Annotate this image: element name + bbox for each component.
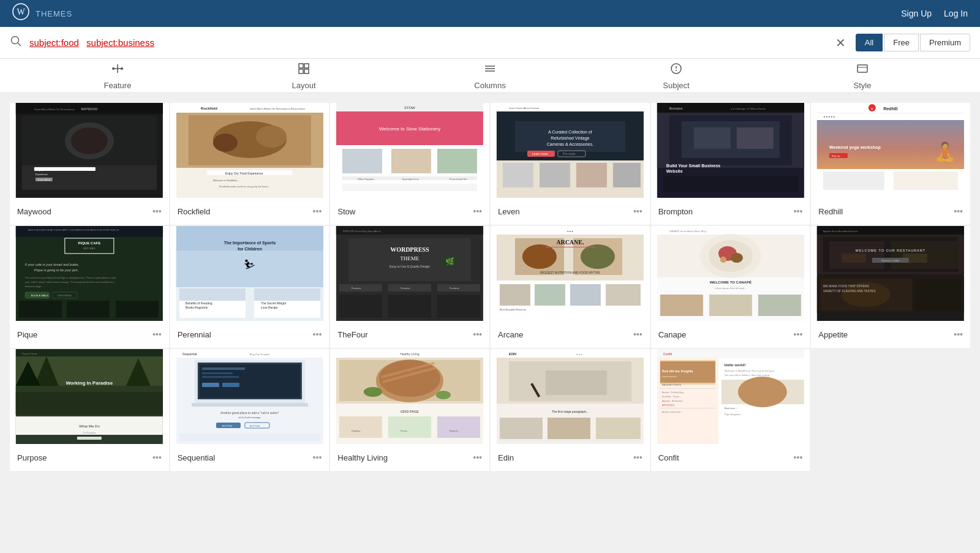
theme-footer-arcane: Arcane ••• — [491, 321, 650, 348]
svg-text:PIQUE CAFE: PIQUE CAFE — [78, 241, 100, 245]
theme-thumbnail-redhill: Redhill ⚜ ★★★★★ 🧘 Weekend yoga wor — [811, 103, 970, 198]
theme-card-brompton[interactable]: Brompton Chicago, IL Offices Events Buil… — [651, 103, 810, 225]
svg-text:Appetite  Home  Menu  About  R: Appetite Home Menu About Reserve — [823, 230, 858, 233]
theme-more-leven[interactable]: ••• — [633, 206, 643, 216]
theme-more-redhill[interactable]: ••• — [954, 206, 963, 216]
svg-text:Weekend yoga workshop: Weekend yoga workshop — [829, 145, 881, 150]
svg-rect-152 — [388, 295, 431, 318]
svg-text:Appetite - Restaurant...: Appetite - Restaurant... — [662, 400, 684, 402]
svg-text:● ● ●: ● ● ● — [567, 230, 573, 233]
svg-rect-225 — [202, 376, 238, 378]
theme-more-arcane[interactable]: ••• — [633, 329, 643, 339]
theme-card-purpose[interactable]: Purpose Theme Working In Paradise What W… — [10, 349, 169, 471]
svg-rect-235 — [179, 434, 320, 441]
svg-point-27 — [71, 127, 108, 154]
svg-text:Read more →: Read more → — [724, 407, 737, 410]
layout-icon — [297, 62, 311, 78]
theme-more-maywood[interactable]: ••• — [153, 206, 162, 216]
svg-text:Working In Paradise: Working In Paradise — [66, 380, 113, 386]
svg-text:Enjoy Our Food: Enjoy Our Food — [36, 168, 57, 171]
theme-more-canape[interactable]: ••• — [794, 329, 803, 339]
theme-more-confit[interactable]: ••• — [794, 453, 803, 462]
tab-columns[interactable]: Columns — [397, 62, 583, 90]
svg-text:and a brief message.: and a brief message. — [238, 416, 261, 419]
svg-rect-166 — [535, 284, 565, 306]
theme-card-pique[interactable]: ABOUT DELIVERY WHAT'S NEW HAPPY CUSTOMER… — [10, 226, 169, 348]
search-input-display[interactable]: subject:food subject:business — [29, 37, 826, 48]
theme-card-redhill[interactable]: Redhill ⚜ ★★★★★ 🧘 Weekend yoga wor — [811, 103, 970, 225]
theme-more-edin[interactable]: ••• — [633, 453, 643, 462]
theme-more-appetite[interactable]: ••• — [954, 329, 963, 339]
svg-rect-51 — [342, 149, 382, 173]
theme-more-sequential[interactable]: ••• — [313, 453, 322, 462]
tab-style[interactable]: Style — [769, 62, 956, 90]
theme-more-thefour[interactable]: ••• — [473, 329, 482, 339]
filter-free-button[interactable]: Free — [884, 34, 919, 51]
theme-more-rockfield[interactable]: ••• — [313, 206, 322, 216]
clear-search-button[interactable]: ✕ — [833, 33, 848, 53]
theme-more-perennial[interactable]: ••• — [313, 329, 322, 339]
svg-point-41 — [255, 126, 286, 148]
theme-footer-stow: Stow ••• — [330, 198, 489, 225]
svg-rect-251 — [437, 416, 480, 438]
svg-rect-120 — [116, 301, 159, 318]
theme-card-sequential[interactable]: Sequential Blog Prg Template Another gre… — [170, 349, 330, 471]
theme-name-edin: Edin — [498, 453, 514, 462]
header: W THEMES Sign Up Log In — [0, 0, 980, 27]
theme-footer-rockfield: Rockfield ••• — [170, 198, 330, 225]
svg-rect-168 — [606, 284, 641, 306]
svg-rect-153 — [437, 295, 480, 318]
svg-text:W: W — [17, 7, 25, 17]
theme-thumbnail-confit: Confit Sed elit leo fringilla Lorem ipsu… — [651, 349, 810, 444]
login-link[interactable]: Log In — [944, 9, 968, 18]
svg-text:ABOUT  DELIVERY  WHAT'S NEW  H: ABOUT DELIVERY WHAT'S NEW HAPPY CUSTOMER… — [28, 229, 119, 231]
theme-more-pique[interactable]: ••• — [153, 329, 162, 339]
svg-text:BIGGEST NUTRITION AND FOOD MYT: BIGGEST NUTRITION AND FOOD MYTHS — [540, 271, 600, 274]
svg-text:Natural...: Natural... — [450, 429, 459, 432]
columns-icon — [483, 62, 497, 78]
svg-rect-10 — [299, 69, 303, 73]
theme-card-leven[interactable]: Leven Home About Contact A Curated Colle… — [491, 103, 650, 225]
theme-footer-purpose: Purpose ••• — [10, 444, 169, 471]
tab-subject[interactable]: Subject — [583, 62, 769, 90]
theme-more-purpose[interactable]: ••• — [153, 453, 162, 462]
svg-rect-131 — [254, 288, 320, 301]
tab-feature[interactable]: Feature — [24, 62, 211, 90]
theme-card-confit[interactable]: Confit Sed elit leo fringilla Lorem ipsu… — [651, 349, 810, 471]
header-left: W THEMES — [12, 3, 72, 24]
svg-text:Easy to Use & Quality Design: Easy to Use & Quality Design — [390, 265, 430, 268]
filter-premium-button[interactable]: Premium — [920, 34, 970, 51]
theme-card-perennial[interactable]: ⛷ The Importance of Sports for Children … — [170, 226, 330, 348]
svg-text:Archive month year...: Archive month year... — [662, 411, 682, 413]
theme-more-healthy[interactable]: ••• — [473, 453, 482, 462]
theme-thumbnail-healthy: Healthy Living GRID PAGE Health — [330, 349, 489, 444]
svg-rect-9 — [304, 64, 309, 68]
theme-card-healthy[interactable]: Healthy Living GRID PAGE Health — [330, 349, 489, 471]
theme-card-rockfield[interactable]: Rockfield Home Menu What's On Reservatio… — [170, 103, 330, 225]
theme-card-edin[interactable]: EDIN ● ● ● The first stage paragraph... … — [491, 349, 650, 471]
svg-rect-74 — [613, 163, 641, 187]
theme-card-stow[interactable]: STOW Welcome to Stow Stationery Office S… — [330, 103, 489, 225]
tab-layout[interactable]: Layout — [211, 62, 397, 90]
theme-card-thefour[interactable]: THEFOUR Home Blog Shop About WORDPRESS T… — [330, 226, 489, 348]
theme-card-canape[interactable]: CANAPÉ Home About Menu Blog WELCOME TO C… — [651, 226, 810, 348]
svg-text:Learn More: Learn More — [38, 178, 51, 181]
filter-all-button[interactable]: All — [856, 34, 883, 51]
theme-card-maywood[interactable]: MAYWOOD Home Menu What's On Reservations… — [10, 103, 169, 225]
theme-card-appetite[interactable]: Appetite Home Menu About Reserve WELCOME… — [811, 226, 970, 348]
style-icon — [856, 62, 869, 78]
search-icon — [10, 35, 22, 50]
svg-text:Page Navigation...: Page Navigation... — [724, 413, 742, 416]
svg-text:Most Beautiful Moments: Most Beautiful Moments — [500, 308, 526, 311]
signup-link[interactable]: Sign Up — [901, 9, 932, 18]
wordpress-logo: W — [12, 3, 29, 24]
svg-text:CANAPÉ  Home  About  Menu  Blo: CANAPÉ Home About Menu Blog — [669, 230, 706, 233]
svg-text:⛷: ⛷ — [243, 258, 255, 271]
theme-more-stow[interactable]: ••• — [473, 206, 482, 216]
svg-text:Rockfield: Rockfield — [200, 107, 217, 110]
svg-text:Home  Menu  What's On  Reserva: Home Menu What's On Reservations — [34, 108, 75, 111]
theme-more-brompton[interactable]: ••• — [794, 206, 803, 216]
svg-point-2 — [12, 37, 19, 44]
theme-card-arcane[interactable]: ● ● ● ARCANE. BIGGEST NUTRITION AND FOOD… — [491, 226, 650, 348]
svg-text:Hello world!: Hello world! — [724, 363, 745, 367]
